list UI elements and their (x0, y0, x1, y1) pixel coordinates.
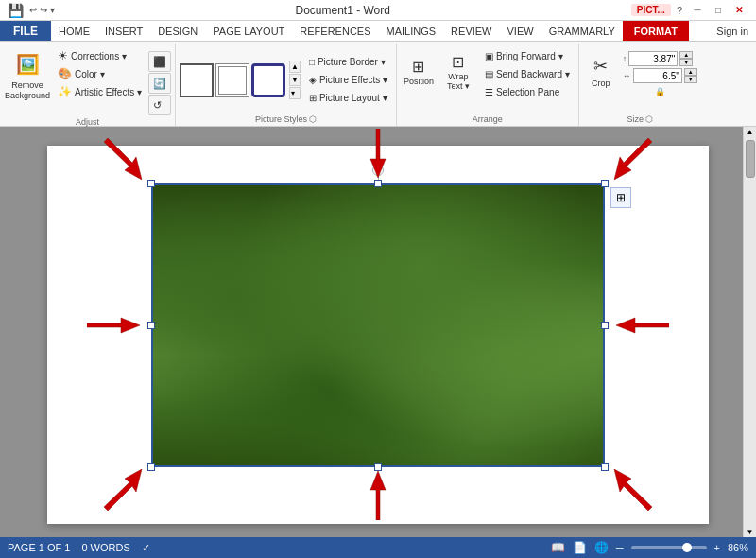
svg-marker-1 (104, 138, 142, 180)
picture-effects-btn[interactable]: ◈ Picture Effects ▾ (304, 72, 392, 89)
scroll-thumb[interactable] (746, 140, 755, 178)
handle-middle-left[interactable] (147, 322, 155, 329)
proof-icon[interactable]: ✓ (142, 542, 150, 554)
handle-top-right[interactable] (601, 180, 609, 187)
selection-icon: ☰ (485, 87, 493, 97)
handle-middle-right[interactable] (601, 322, 609, 329)
color-btn[interactable]: 🎨 Color ▾ (53, 65, 146, 82)
mailings-menu[interactable]: MAILINGS (379, 21, 444, 41)
print-layout-icon[interactable]: 📄 (573, 541, 587, 554)
zoom-slider[interactable] (631, 546, 707, 549)
handle-top-left[interactable] (147, 180, 155, 187)
width-down[interactable]: ▼ (684, 76, 697, 83)
file-menu[interactable]: FILE (0, 21, 51, 41)
design-menu[interactable]: DESIGN (150, 21, 205, 41)
bring-forward-btn[interactable]: ▣ Bring Forward ▾ (480, 47, 575, 64)
width-spinner: ▲ ▼ (684, 68, 697, 83)
scroll-up-btn[interactable]: ▲ (747, 128, 754, 136)
corrections-btn[interactable]: ☀ Corrections ▾ (53, 47, 146, 64)
styles-more[interactable]: ▾ (289, 87, 301, 99)
change-icon: 🔄 (153, 78, 166, 90)
signin-btn[interactable]: Sign in (709, 21, 756, 41)
layout-options-icon[interactable]: ⊞ (610, 187, 631, 208)
send-backward-btn[interactable]: ▤ Send Backward ▾ (480, 65, 575, 82)
word-count: 0 WORDS (81, 542, 129, 553)
references-menu[interactable]: REFERENCES (292, 21, 378, 41)
styles-expand[interactable]: ⬡ (309, 114, 317, 124)
picture-styles-group: ▲ ▼ ▾ □ Picture Border ▾ ◈ Picture Effec… (176, 44, 397, 126)
page-layout-menu[interactable]: PAGE LAYOUT (205, 21, 292, 41)
style-preview-1[interactable] (180, 63, 214, 97)
corrections-icon: ☀ (58, 49, 68, 62)
help-btn[interactable]: ? (677, 5, 682, 16)
height-up[interactable]: ▲ (679, 51, 693, 59)
vertical-scrollbar[interactable]: ▲ ▼ (743, 127, 756, 537)
remove-background-btn[interactable]: 🖼️ Remove Background (4, 47, 51, 104)
artistic-effects-btn[interactable]: ✨ Artistic Effects ▾ (53, 83, 146, 100)
width-label: ↔ (623, 71, 631, 80)
view-menu[interactable]: VIEW (500, 21, 541, 41)
styles-scroll-up[interactable]: ▲ (289, 61, 301, 73)
change-picture-btn[interactable]: 🔄 (148, 73, 171, 94)
picture-layout-btn[interactable]: ⊞ Picture Layout ▾ (304, 90, 392, 107)
color-icon: 🎨 (58, 67, 72, 80)
image-container[interactable]: ⊞ (151, 183, 605, 467)
reset-btn[interactable]: ↺ (148, 95, 171, 115)
minimize-btn[interactable]: ─ (688, 3, 707, 18)
height-label: ↕ (623, 54, 627, 63)
remove-bg-icon: 🖼️ (12, 50, 43, 78)
size-expand[interactable]: ⬡ (645, 114, 653, 124)
handle-top-middle[interactable] (374, 180, 382, 187)
status-right: 📖 📄 🌐 ─ + 86% (551, 541, 748, 554)
close-btn[interactable]: ✕ (730, 3, 748, 18)
crop-icon: ✂ (593, 56, 608, 77)
svg-marker-3 (87, 318, 140, 333)
adjust-group: 🖼️ Remove Background ☀ Corrections ▾ 🎨 C… (0, 44, 176, 126)
image-display[interactable] (151, 183, 605, 467)
svg-marker-4 (616, 318, 669, 333)
handle-bottom-right[interactable] (601, 463, 609, 471)
height-input[interactable] (628, 51, 678, 66)
width-up[interactable]: ▲ (684, 68, 697, 76)
wrap-icon: ⊡ (452, 53, 464, 71)
grammarly-menu[interactable]: GRAMMARLY (541, 21, 623, 41)
home-menu[interactable]: HOME (51, 21, 97, 41)
position-btn[interactable]: ⊞ Position (401, 47, 437, 96)
compress-btn[interactable]: ⬛ (148, 51, 171, 72)
style-preview-2[interactable] (215, 63, 249, 97)
rotate-handle[interactable] (372, 165, 384, 176)
wrap-text-btn[interactable]: ⊡ WrapText ▾ (440, 47, 476, 96)
selection-pane-btn[interactable]: ☰ Selection Pane (480, 83, 575, 100)
height-row: ↕ ▲ ▼ (623, 51, 697, 66)
format-menu[interactable]: FORMAT (623, 21, 689, 41)
arrow-middle-left (87, 310, 140, 342)
zoom-out-btn[interactable]: ─ (616, 542, 624, 553)
zoom-slider-thumb[interactable] (682, 543, 692, 552)
styles-options: □ Picture Border ▾ ◈ Picture Effects ▾ ⊞… (304, 54, 392, 107)
read-mode-icon[interactable]: 📖 (551, 541, 565, 554)
style-previews (180, 63, 285, 97)
status-bar: PAGE 1 OF 1 0 WORDS ✓ 📖 📄 🌐 ─ + 86% (0, 537, 756, 558)
styles-scroll-down[interactable]: ▼ (289, 74, 301, 86)
review-menu[interactable]: REVIEW (443, 21, 499, 41)
style-preview-3[interactable] (251, 63, 285, 97)
handle-bottom-middle[interactable] (374, 463, 382, 471)
insert-menu[interactable]: INSERT (97, 21, 150, 41)
height-down[interactable]: ▼ (679, 59, 693, 66)
height-spinner: ▲ ▼ (679, 51, 693, 66)
border-icon: □ (309, 57, 315, 67)
crop-btn[interactable]: ✂ Crop (583, 47, 619, 96)
styles-label: Picture Styles ⬡ (180, 113, 392, 126)
picture-border-btn[interactable]: □ Picture Border ▾ (304, 54, 392, 71)
zoom-in-btn[interactable]: + (714, 542, 720, 553)
styles-scroll: ▲ ▼ ▾ (289, 61, 301, 99)
width-input[interactable] (633, 68, 682, 83)
arrange-group: ⊞ Position ⊡ WrapText ▾ ▣ Bring Forward … (397, 44, 579, 126)
maximize-btn[interactable]: □ (709, 3, 728, 18)
scroll-down-btn[interactable]: ▼ (747, 528, 754, 536)
web-view-icon[interactable]: 🌐 (594, 541, 609, 554)
zoom-level[interactable]: 86% (728, 542, 748, 553)
reset-icon: ↺ (153, 99, 162, 112)
handle-bottom-left[interactable] (147, 463, 155, 471)
adjustments-column: ☀ Corrections ▾ 🎨 Color ▾ ✨ Artistic Eff… (53, 47, 146, 100)
